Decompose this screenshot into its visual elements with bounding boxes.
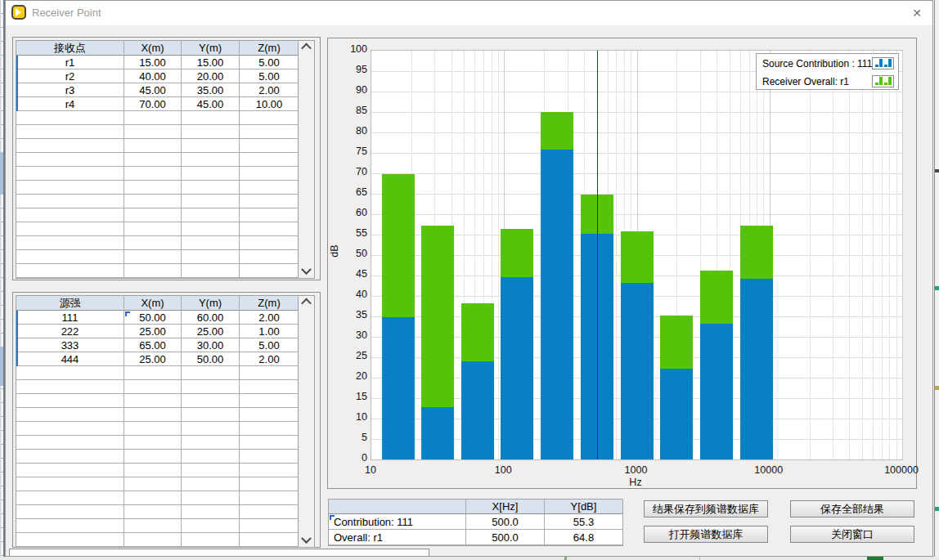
table-cell[interactable] [240, 366, 299, 380]
table-cell[interactable] [124, 533, 182, 547]
table-cell[interactable]: 5.00 [240, 56, 299, 69]
table-cell[interactable] [124, 408, 182, 422]
table-cell[interactable]: 15.00 [182, 56, 240, 69]
table-cell[interactable] [16, 153, 124, 167]
table-cell[interactable]: 25.00 [124, 325, 182, 338]
table-cell[interactable] [16, 222, 124, 236]
table-cell[interactable] [240, 505, 299, 519]
table-cell[interactable] [16, 477, 124, 491]
table-cell[interactable] [16, 167, 124, 181]
table-cell[interactable] [182, 450, 240, 464]
table-cell[interactable]: r1 [16, 56, 124, 69]
table-cell[interactable] [124, 250, 182, 264]
table-cell[interactable] [182, 236, 240, 250]
table-cell[interactable] [124, 505, 182, 519]
table-cell[interactable]: 15.00 [124, 56, 182, 69]
table-cell[interactable]: 2.00 [240, 83, 299, 97]
table-cell[interactable] [182, 380, 240, 394]
table-cell[interactable] [124, 167, 182, 181]
window-close-icon[interactable]: ✕ [908, 5, 926, 21]
scroll-up-icon[interactable] [299, 296, 314, 308]
open-spectrum-db-button[interactable]: 打开频谱数据库 [644, 526, 768, 543]
table-cell[interactable] [16, 491, 124, 505]
table-cell[interactable]: 25.00 [124, 352, 182, 366]
table-cell[interactable] [182, 181, 240, 195]
table-cell[interactable]: 1.00 [240, 325, 299, 338]
table-cell[interactable] [240, 222, 299, 236]
table-cell[interactable] [182, 519, 240, 533]
table-cell[interactable]: 2.00 [240, 311, 299, 325]
table-cell[interactable] [16, 250, 124, 264]
table-cell[interactable]: 65.00 [124, 338, 182, 352]
table-cell[interactable] [124, 477, 182, 491]
receiver-table-scrollbar[interactable] [298, 40, 315, 279]
table-cell[interactable] [16, 181, 124, 195]
table-cell[interactable] [124, 236, 182, 250]
table-cell[interactable] [182, 125, 240, 139]
scroll-down-icon[interactable] [299, 266, 314, 278]
table-cell[interactable] [240, 394, 299, 408]
table-cell[interactable]: r3 [16, 83, 124, 97]
chart-legend[interactable]: Source Contribution : 111Receiver Overal… [756, 53, 899, 90]
table-cell[interactable] [240, 208, 299, 222]
legend-item[interactable]: Source Contribution : 111 [757, 55, 898, 72]
table-cell[interactable] [124, 195, 182, 208]
table-cell[interactable]: 20.00 [182, 69, 240, 83]
table-cell[interactable] [182, 394, 240, 408]
table-cell[interactable] [240, 450, 299, 464]
save-all-results-button[interactable]: 保存全部结果 [790, 500, 914, 517]
table-cell[interactable] [182, 111, 240, 125]
table-cell[interactable] [182, 139, 240, 153]
table-cell[interactable] [182, 208, 240, 222]
table-cell[interactable] [240, 264, 299, 278]
table-cell[interactable]: 70.00 [124, 97, 182, 111]
table-cell[interactable] [182, 533, 240, 547]
scroll-down-icon[interactable] [299, 535, 314, 547]
table-cell[interactable] [124, 139, 182, 153]
table-cell[interactable] [124, 181, 182, 195]
table-cell[interactable] [240, 491, 299, 505]
table-cell[interactable] [182, 505, 240, 519]
scroll-up-icon[interactable] [299, 41, 314, 53]
table-cell[interactable] [124, 436, 182, 450]
table-cell[interactable] [240, 111, 299, 125]
table-cell[interactable] [16, 394, 124, 408]
table-cell[interactable] [240, 408, 299, 422]
table-cell[interactable] [124, 464, 182, 477]
table-cell[interactable] [182, 250, 240, 264]
table-cell[interactable]: r4 [16, 97, 124, 111]
table-cell[interactable] [16, 195, 124, 208]
table-cell[interactable] [182, 153, 240, 167]
table-cell[interactable] [124, 264, 182, 278]
table-cell[interactable] [240, 153, 299, 167]
table-cell[interactable] [16, 464, 124, 477]
table-cell[interactable] [182, 408, 240, 422]
table-cell[interactable] [16, 139, 124, 153]
table-cell[interactable] [16, 408, 124, 422]
table-cell[interactable] [240, 422, 299, 436]
table-cell[interactable] [240, 181, 299, 195]
table-cell[interactable] [240, 167, 299, 181]
table-cell[interactable] [240, 195, 299, 208]
table-cell[interactable] [16, 533, 124, 547]
table-cell[interactable] [16, 264, 124, 278]
chart-cursor[interactable] [597, 51, 598, 459]
table-cell[interactable] [182, 436, 240, 450]
table-cell[interactable]: r2 [16, 69, 124, 83]
table-cell[interactable] [182, 491, 240, 505]
table-cell[interactable] [240, 519, 299, 533]
table-cell[interactable]: 5.00 [240, 69, 299, 83]
table-cell[interactable]: 111 [16, 311, 124, 325]
table-cell[interactable] [240, 139, 299, 153]
table-cell[interactable] [124, 153, 182, 167]
table-cell[interactable] [16, 450, 124, 464]
table-cell[interactable] [240, 477, 299, 491]
table-cell[interactable]: 333 [16, 338, 124, 352]
table-cell[interactable] [240, 236, 299, 250]
table-cell[interactable]: 30.00 [182, 338, 240, 352]
table-cell[interactable]: 10.00 [240, 97, 299, 111]
legend-item[interactable]: Receiver Overall: r1 [757, 73, 898, 90]
table-cell[interactable] [124, 491, 182, 505]
table-cell[interactable] [182, 195, 240, 208]
table-cell[interactable] [16, 366, 124, 380]
